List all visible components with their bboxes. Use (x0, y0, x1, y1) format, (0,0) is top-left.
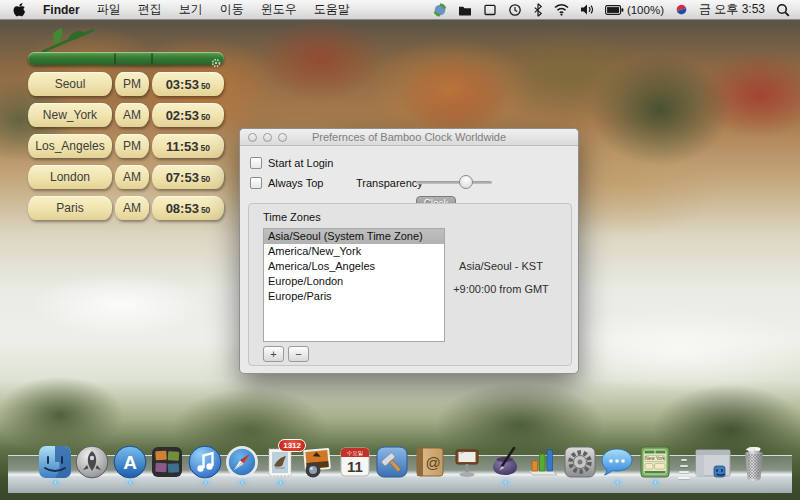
start-at-login-checkbox[interactable] (250, 157, 262, 169)
time-machine-icon[interactable] (508, 3, 522, 17)
dock-ical-icon[interactable]: 수요일 11 (337, 444, 373, 480)
ampm-label: PM (115, 72, 149, 96)
svg-text:@: @ (425, 454, 440, 471)
dock-iphoto-icon[interactable] (149, 444, 185, 480)
dock-messages-icon[interactable] (599, 444, 635, 480)
spotlight-icon[interactable] (776, 3, 790, 17)
timezone-item[interactable]: Europe/London (264, 274, 444, 289)
dock-xcode-icon[interactable] (374, 444, 410, 480)
bamboo-mini-city: New York (645, 456, 665, 461)
dock-launchpad-icon[interactable] (74, 444, 110, 480)
dock-pages-icon[interactable] (487, 444, 523, 480)
city-label: Paris (28, 196, 112, 220)
time-value: 11:5350 (152, 134, 224, 158)
add-timezone-button[interactable]: + (263, 346, 284, 362)
dock-numbers-icon[interactable] (524, 444, 560, 480)
battery-percent: (100%) (627, 4, 664, 16)
timezone-list[interactable]: Asia/Seoul (System Time Zone) America/Ne… (263, 228, 445, 342)
transparency-label: Transparency (356, 177, 423, 189)
widget-row-newyork: New_York AM 02:5350 (28, 103, 224, 127)
timezone-info-offset: +9:00:00 from GMT (429, 283, 573, 295)
city-label: Los_Angeles (28, 134, 112, 158)
bamboo-joint (151, 53, 153, 64)
timezone-item[interactable]: Europe/Paris (264, 289, 444, 304)
timezone-info: Asia/Seoul - KST +9:00:00 from GMT (429, 260, 573, 295)
running-indicator (278, 481, 283, 484)
always-top-label: Always Top (268, 177, 323, 189)
menu-clock[interactable]: 금 오후 3:53 (699, 1, 765, 18)
volume-icon[interactable] (580, 3, 594, 16)
start-at-login-row: Start at Login (250, 157, 333, 169)
timezone-item[interactable]: America/Los_Angeles (264, 259, 444, 274)
timezone-item[interactable]: America/New_York (264, 244, 444, 259)
widget-row-seoul: Seoul PM 03:5350 (28, 72, 224, 96)
minimize-button[interactable] (263, 133, 272, 142)
bamboo-title-bar[interactable] (28, 52, 224, 65)
dock-itunes-icon[interactable] (187, 444, 223, 480)
wifi-icon[interactable] (554, 3, 569, 16)
window-title: Prefernces of Bamboo Clock Worldwide (312, 131, 506, 143)
time-value: 07:5350 (152, 165, 224, 189)
time-value: 02:5350 (152, 103, 224, 127)
transparency-slider-track[interactable] (416, 181, 492, 184)
zoom-button[interactable] (278, 133, 287, 142)
close-button[interactable] (248, 133, 257, 142)
dock-mail-icon[interactable]: 1312 (262, 444, 298, 480)
timezone-item-selected[interactable]: Asia/Seoul (System Time Zone) (264, 229, 444, 244)
input-source-flag-icon[interactable] (675, 3, 688, 16)
svg-text:수요일: 수요일 (347, 450, 364, 456)
remove-timezone-button[interactable]: − (288, 346, 309, 362)
menu-window[interactable]: 윈도우 (261, 1, 297, 18)
window-title-bar[interactable]: Prefernces of Bamboo Clock Worldwide (240, 129, 578, 146)
dock-safari-icon[interactable] (224, 444, 260, 480)
running-indicator (53, 481, 58, 484)
dock-minimized-window[interactable] (694, 448, 730, 484)
dock-systempreferences-icon[interactable] (562, 444, 598, 480)
menu-app-name[interactable]: Finder (43, 3, 80, 17)
battery-status[interactable]: (100%) (605, 4, 664, 16)
running-indicator (203, 481, 208, 484)
running-indicator (615, 481, 620, 484)
always-top-checkbox[interactable] (250, 177, 262, 189)
dock-separator (677, 455, 691, 479)
dock-finder-icon[interactable] (37, 444, 73, 480)
folder-menu-icon[interactable] (458, 3, 472, 17)
widget-settings-gear-icon[interactable] (211, 54, 221, 72)
ampm-label: AM (115, 103, 149, 127)
ampm-label: PM (115, 134, 149, 158)
menu-go[interactable]: 이동 (220, 1, 244, 18)
dock-addressbook-icon[interactable]: @ (412, 444, 448, 480)
time-value: 08:5350 (152, 196, 224, 220)
always-top-row: Always Top (250, 177, 323, 189)
timezones-groupbox: Time Zones Asia/Seoul (System Time Zone)… (248, 203, 572, 366)
city-label: London (28, 165, 112, 189)
ical-day-number: 11 (347, 458, 363, 475)
menu-help[interactable]: 도움말 (314, 1, 350, 18)
bluetooth-icon[interactable] (533, 3, 543, 17)
sync-globe-icon[interactable] (433, 3, 447, 17)
dock-trash-icon[interactable] (734, 443, 774, 483)
ampm-label: AM (115, 165, 149, 189)
running-indicator (503, 481, 508, 484)
menu-edit[interactable]: 편집 (138, 1, 162, 18)
timezone-info-name: Asia/Seoul - KST (429, 260, 573, 272)
ampm-label: AM (115, 196, 149, 220)
apple-menu-icon[interactable] (13, 2, 26, 17)
running-indicator (128, 481, 133, 484)
widget-row-losangeles: Los_Angeles PM 11:5350 (28, 134, 224, 158)
running-indicator (653, 481, 658, 484)
svg-text:A: A (123, 452, 137, 473)
city-label: New_York (28, 103, 112, 127)
dock-keynote-icon[interactable] (449, 444, 485, 480)
dock-photobooth-icon[interactable] (299, 444, 335, 480)
window-menu-icon[interactable] (483, 3, 497, 17)
bamboo-joint (114, 53, 116, 64)
start-at-login-label: Start at Login (268, 157, 333, 169)
menu-view[interactable]: 보기 (179, 1, 203, 18)
running-indicator (240, 481, 245, 484)
dock-appstore-icon[interactable]: A (112, 444, 148, 480)
widget-row-london: London AM 07:5350 (28, 165, 224, 189)
menu-file[interactable]: 파일 (97, 1, 121, 18)
transparency-slider-knob[interactable] (459, 175, 473, 189)
dock-bambooclock-icon[interactable]: New York (637, 444, 673, 480)
